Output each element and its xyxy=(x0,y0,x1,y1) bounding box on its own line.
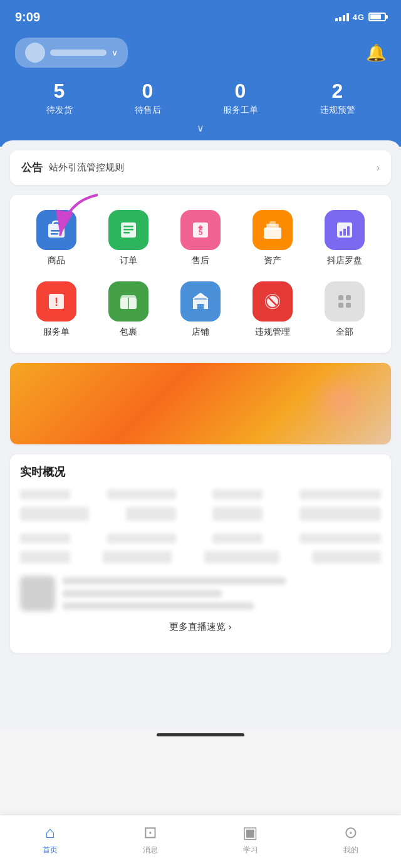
blur-stat-3 xyxy=(212,489,263,499)
shop-label: 店铺 xyxy=(192,327,209,338)
banner[interactable] xyxy=(10,363,391,444)
shop-icon xyxy=(180,281,221,322)
blur-row-1 xyxy=(20,489,381,499)
svg-rect-26 xyxy=(338,295,343,300)
svg-text:!: ! xyxy=(55,296,58,308)
blur-label-2 xyxy=(107,533,176,543)
realtime-title: 实时概况 xyxy=(20,464,381,479)
more-text: 更多直播速览 xyxy=(169,621,226,632)
blur-sub-4 xyxy=(312,551,381,563)
expand-chevron-icon: ∨ xyxy=(197,123,204,133)
nav-item-home[interactable]: ⌂ 首页 xyxy=(43,823,58,855)
blur-val-3 xyxy=(212,507,263,521)
nav-item-mine[interactable]: ⊙ 我的 xyxy=(343,823,358,855)
nav-label-message: 消息 xyxy=(143,845,158,855)
more-arrow-icon: › xyxy=(229,621,232,632)
banner-decoration xyxy=(310,375,372,426)
menu-item-orders[interactable]: 订单 xyxy=(97,205,160,271)
blur-val-4 xyxy=(299,507,381,521)
blur-line-1 xyxy=(63,577,286,585)
svg-rect-6 xyxy=(123,229,133,231)
status-icons: 4G xyxy=(335,13,386,22)
blur-val-2 xyxy=(126,507,176,521)
stat-service-order[interactable]: 0 服务工单 xyxy=(223,80,258,116)
bell-icon[interactable]: 🔔 xyxy=(366,43,386,63)
blur-stat-4 xyxy=(299,489,381,499)
stat-label-after: 待售后 xyxy=(135,105,161,116)
assets-label: 资产 xyxy=(264,255,281,266)
compass-icon xyxy=(325,210,365,250)
home-icon: ⌂ xyxy=(45,823,55,842)
menu-item-goods[interactable]: 商品 xyxy=(25,205,88,271)
nav-item-message[interactable]: ⊡ 消息 xyxy=(143,823,158,855)
svg-rect-27 xyxy=(346,295,351,300)
svg-rect-5 xyxy=(123,226,133,227)
stat-pending-after[interactable]: 0 待售后 xyxy=(135,80,161,116)
stat-violation[interactable]: 2 违规预警 xyxy=(320,80,355,116)
blur-thumb-content xyxy=(63,576,381,611)
orders-label: 订单 xyxy=(120,255,137,266)
goods-label: 商品 xyxy=(48,255,65,266)
svg-rect-28 xyxy=(338,303,343,308)
menu-item-all[interactable]: 全部 xyxy=(313,276,376,343)
svg-rect-14 xyxy=(340,231,342,236)
svg-rect-7 xyxy=(123,232,130,234)
menu-grid: 商品 订单 5 xyxy=(10,195,391,353)
realtime-card: 实时概况 xyxy=(10,454,391,653)
svg-rect-12 xyxy=(269,221,276,226)
blur-label-4 xyxy=(299,533,381,543)
menu-item-aftersale[interactable]: 5 售后 xyxy=(169,205,232,271)
blur-label-3 xyxy=(212,533,263,543)
menu-row-2: ! 服务单 包裹 xyxy=(20,276,381,343)
more-button[interactable]: 更多直播速览 › xyxy=(20,611,381,643)
blur-row-2 xyxy=(20,507,381,521)
blur-label-1 xyxy=(20,533,70,543)
stats-row: 5 待发货 0 待售后 0 服务工单 2 违规预警 xyxy=(15,80,386,116)
stat-number-ship: 5 xyxy=(46,80,73,102)
blur-line-3 xyxy=(63,602,254,610)
learn-icon: ▣ xyxy=(242,823,258,842)
aftersale-icon: 5 xyxy=(180,210,221,250)
svg-rect-16 xyxy=(347,226,350,236)
compass-label: 抖店罗盘 xyxy=(327,255,362,266)
stat-pending-ship[interactable]: 5 待发货 xyxy=(46,80,73,116)
svg-rect-15 xyxy=(343,229,346,236)
stat-label-service: 服务工单 xyxy=(223,105,258,116)
nav-item-learn[interactable]: ▣ 学习 xyxy=(242,823,258,855)
chevron-down-icon[interactable]: ∨ xyxy=(112,48,118,58)
package-label: 包裹 xyxy=(120,327,137,338)
announcement-bar[interactable]: 公告 站外引流管控规则 › xyxy=(10,150,391,185)
stat-label-ship: 待发货 xyxy=(46,105,73,116)
service-icon: ! xyxy=(36,281,76,322)
status-bar: 9:09 4G xyxy=(0,0,401,31)
mine-icon: ⊙ xyxy=(344,823,358,842)
announcement-text: 站外引流管控规则 xyxy=(49,162,377,174)
svg-rect-21 xyxy=(197,304,204,309)
violation-icon xyxy=(253,281,293,322)
blur-stat-2 xyxy=(107,489,176,499)
menu-item-package[interactable]: 包裹 xyxy=(97,276,160,343)
svg-text:5: 5 xyxy=(199,228,203,237)
menu-item-compass[interactable]: 抖店罗盘 xyxy=(313,205,376,271)
menu-item-service[interactable]: ! 服务单 xyxy=(25,276,88,343)
stat-label-violation: 违规预警 xyxy=(320,105,355,116)
announcement-tag: 公告 xyxy=(21,160,43,175)
menu-item-assets[interactable]: 资产 xyxy=(241,205,304,271)
service-label: 服务单 xyxy=(43,327,70,338)
svg-rect-2 xyxy=(51,230,62,232)
network-label: 4G xyxy=(353,13,365,22)
blur-val-1 xyxy=(20,507,89,521)
blur-line-2 xyxy=(63,590,222,597)
header-top: ∨ 🔔 xyxy=(15,38,386,68)
store-avatar xyxy=(25,43,45,63)
svg-rect-3 xyxy=(51,233,58,235)
menu-item-violation[interactable]: 违规管理 xyxy=(241,276,304,343)
message-icon: ⊡ xyxy=(143,823,157,842)
menu-item-shop[interactable]: 店铺 xyxy=(169,276,232,343)
status-time: 9:09 xyxy=(15,10,40,24)
stat-number-violation: 2 xyxy=(320,80,355,102)
store-selector[interactable]: ∨ xyxy=(15,38,128,68)
store-name-bar xyxy=(50,50,107,56)
violation-label: 违规管理 xyxy=(255,327,290,338)
expand-button[interactable]: ∨ xyxy=(15,122,386,134)
